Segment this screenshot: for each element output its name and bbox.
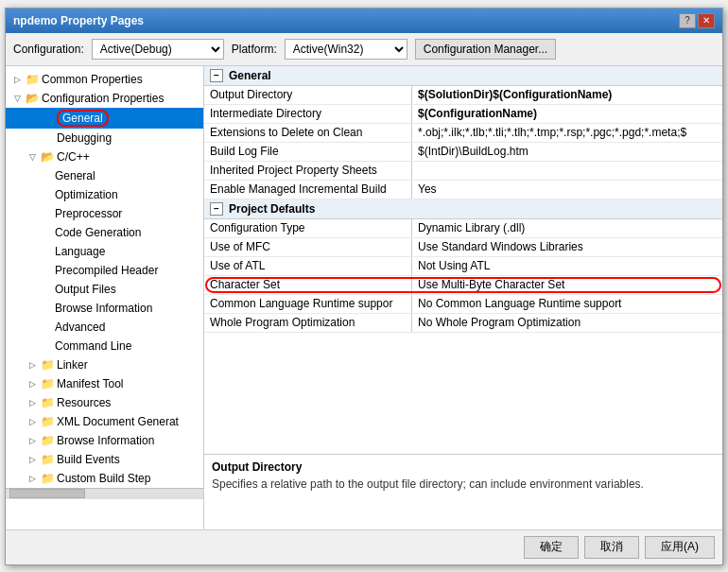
tree-item-manifest[interactable]: ▷ 📁 Manifest Tool bbox=[6, 374, 203, 393]
prop-name: Use of ATL bbox=[204, 257, 412, 275]
cancel-button[interactable]: 取消 bbox=[584, 536, 639, 559]
tree-label: Common Properties bbox=[42, 73, 143, 86]
prop-name: Build Log File bbox=[204, 143, 412, 161]
main-dialog: npdemo Property Pages ? ✕ Configuration:… bbox=[5, 8, 723, 565]
tree-label: General bbox=[57, 110, 109, 127]
config-manager-button[interactable]: Configuration Manager... bbox=[415, 39, 556, 60]
expand-icon: ▽ bbox=[25, 149, 40, 165]
tree-item-cpp-output[interactable]: Output Files bbox=[6, 280, 203, 299]
prop-row-managed-build[interactable]: Enable Managed Incremental Build Yes bbox=[204, 181, 722, 199]
tree-label: Build Events bbox=[57, 453, 120, 466]
prop-row-mfc[interactable]: Use of MFC Use Standard Windows Librarie… bbox=[204, 238, 722, 257]
prop-value: Dynamic Library (.dll) bbox=[412, 219, 722, 237]
desc-title: Output Directory bbox=[212, 460, 715, 474]
prop-value: Yes bbox=[412, 181, 722, 199]
expand-icon bbox=[40, 263, 55, 278]
expand-icon: ▷ bbox=[25, 414, 40, 429]
tree-item-cpp-advanced[interactable]: Advanced bbox=[6, 318, 203, 337]
prop-row-atl[interactable]: Use of ATL Not Using ATL bbox=[204, 257, 722, 276]
tree-label: Optimization bbox=[55, 188, 118, 201]
prop-row-extensions[interactable]: Extensions to Delete on Clean *.obj;*.il… bbox=[204, 124, 722, 143]
tree-item-cpp-language[interactable]: Language bbox=[6, 242, 203, 261]
tree-item-custom-build[interactable]: ▷ 📁 Custom Build Step bbox=[6, 469, 203, 488]
tree-item-cpp-cmdline[interactable]: Command Line bbox=[6, 337, 203, 355]
expand-icon bbox=[40, 168, 55, 183]
page-icon bbox=[40, 130, 55, 146]
folder-open-icon: 📂 bbox=[25, 91, 40, 106]
desc-text: Specifies a relative path to the output … bbox=[212, 477, 715, 491]
tree-label: Resources bbox=[57, 396, 111, 409]
tree-item-cpp-precompiled[interactable]: Precompiled Header bbox=[6, 261, 203, 280]
prop-name: Character Set bbox=[204, 276, 412, 294]
tree-item-config-props[interactable]: ▽ 📂 Configuration Properties bbox=[6, 89, 203, 108]
expand-icon: ▷ bbox=[25, 433, 40, 448]
tree-panel: ▷ 📁 Common Properties ▽ 📂 Configuration … bbox=[6, 66, 204, 529]
folder-icon: 📁 bbox=[40, 376, 55, 391]
tree-item-general[interactable]: General bbox=[6, 108, 203, 129]
expand-icon: ▷ bbox=[25, 452, 40, 467]
prop-name: Inherited Project Property Sheets bbox=[204, 162, 412, 180]
tree-label: Code Generation bbox=[55, 226, 141, 239]
section-title: General bbox=[229, 69, 271, 82]
confirm-button[interactable]: 确定 bbox=[524, 536, 579, 559]
folder-icon: 📁 bbox=[25, 72, 40, 87]
tree-item-linker[interactable]: ▷ 📁 Linker bbox=[6, 355, 203, 374]
prop-row-output-dir[interactable]: Output Directory $(SolutionDir)$(Configu… bbox=[204, 86, 722, 105]
tree-item-resources[interactable]: ▷ 📁 Resources bbox=[6, 393, 203, 412]
close-button[interactable]: ✕ bbox=[698, 13, 715, 28]
tree-label: Advanced bbox=[55, 321, 105, 334]
prop-value: $(ConfigurationName) bbox=[412, 105, 722, 123]
platform-label: Platform: bbox=[232, 43, 277, 56]
title-bar: npdemo Property Pages ? ✕ bbox=[6, 9, 722, 33]
tree-item-cpp[interactable]: ▽ 📂 C/C++ bbox=[6, 147, 203, 166]
prop-value: $(IntDir)\BuildLog.htm bbox=[412, 143, 722, 161]
folder-icon: 📁 bbox=[40, 395, 55, 410]
prop-row-intermediate-dir[interactable]: Intermediate Directory $(ConfigurationNa… bbox=[204, 105, 722, 124]
folder-open-icon: 📂 bbox=[40, 149, 55, 165]
tree-item-cpp-optimization[interactable]: Optimization bbox=[6, 185, 203, 204]
tree-item-xml-doc[interactable]: ▷ 📁 XML Document Generat bbox=[6, 412, 203, 431]
prop-row-inherited[interactable]: Inherited Project Property Sheets bbox=[204, 162, 722, 181]
tree-item-common-props[interactable]: ▷ 📁 Common Properties bbox=[6, 70, 203, 89]
prop-row-charset[interactable]: Character Set Use Multi-Byte Character S… bbox=[204, 276, 722, 295]
toolbar: Configuration: Active(Debug) Platform: A… bbox=[6, 33, 722, 66]
tree-item-cpp-general[interactable]: General bbox=[6, 166, 203, 185]
tree-item-cpp-browse[interactable]: Browse Information bbox=[6, 299, 203, 318]
apply-button[interactable]: 应用(A) bbox=[645, 536, 715, 559]
folder-icon: 📁 bbox=[40, 414, 55, 429]
prop-value bbox=[412, 162, 722, 180]
tree-label: Linker bbox=[57, 358, 88, 372]
prop-value: Use Standard Windows Libraries bbox=[412, 238, 722, 256]
tree-label: C/C++ bbox=[57, 150, 90, 164]
prop-row-config-type[interactable]: Configuration Type Dynamic Library (.dll… bbox=[204, 219, 722, 238]
tree-item-cpp-codegen[interactable]: Code Generation bbox=[6, 223, 203, 242]
tree-item-build-events[interactable]: ▷ 📁 Build Events bbox=[6, 450, 203, 469]
expand-icon: ▷ bbox=[25, 395, 40, 410]
expand-icon bbox=[25, 111, 40, 126]
expand-icon: ▷ bbox=[9, 72, 25, 87]
prop-row-wpo[interactable]: Whole Program Optimization No Whole Prog… bbox=[204, 314, 722, 333]
config-label: Configuration: bbox=[13, 43, 84, 56]
tree-item-cpp-preprocessor[interactable]: Preprocessor bbox=[6, 204, 203, 223]
prop-value: No Whole Program Optimization bbox=[412, 314, 722, 332]
section-expand-icon[interactable]: − bbox=[210, 202, 223, 216]
platform-select[interactable]: Active(Win32) bbox=[285, 39, 407, 60]
prop-name: Configuration Type bbox=[204, 219, 412, 237]
h-scrollbar[interactable] bbox=[6, 488, 203, 499]
prop-name: Output Directory bbox=[204, 86, 412, 104]
tree-item-debugging[interactable]: Debugging bbox=[6, 129, 203, 147]
help-button[interactable]: ? bbox=[679, 13, 696, 28]
tree-label: Precompiled Header bbox=[55, 264, 158, 277]
prop-row-clr[interactable]: Common Language Runtime suppor No Common… bbox=[204, 295, 722, 314]
tree-label: Command Line bbox=[55, 339, 131, 353]
expand-icon bbox=[25, 130, 40, 146]
section-expand-icon[interactable]: − bbox=[210, 69, 223, 82]
page-icon bbox=[40, 111, 55, 126]
prop-row-build-log[interactable]: Build Log File $(IntDir)\BuildLog.htm bbox=[204, 143, 722, 162]
tree-item-browse-info[interactable]: ▷ 📁 Browse Information bbox=[6, 431, 203, 450]
properties-grid: − General Output Directory $(SolutionDir… bbox=[204, 66, 722, 454]
expand-icon bbox=[40, 225, 55, 240]
folder-icon: 📁 bbox=[40, 471, 55, 486]
config-select[interactable]: Active(Debug) bbox=[92, 39, 224, 60]
tree-label: Browse Information bbox=[57, 434, 154, 447]
